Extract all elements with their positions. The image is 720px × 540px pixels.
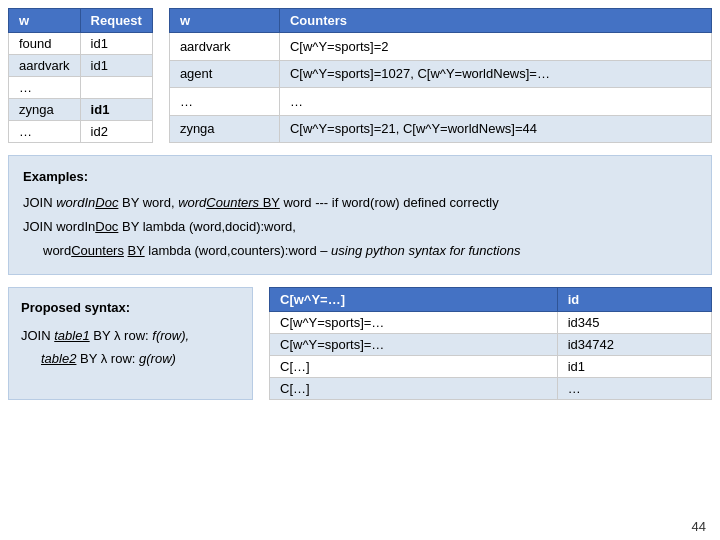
lambda1: BY λ row: f(row),	[90, 328, 189, 343]
result-cell-id: id345	[557, 312, 711, 334]
cell-w: zynga	[169, 115, 279, 143]
table-row: C[w^Y=sports]=… id34742	[270, 334, 712, 356]
result-cell-c: C[…]	[270, 356, 558, 378]
result-section: C[w^Y=…] id C[w^Y=sports]=… id345 C[w^Y=…	[269, 287, 712, 400]
cell-counters: …	[279, 88, 711, 116]
result-cell-c: C[…]	[270, 378, 558, 400]
cell-counters: C[w^Y=sports]=1027, C[w^Y=worldNews]=…	[279, 60, 711, 88]
examples-line1: JOIN wordInDoc BY word, wordCounters BY …	[23, 192, 697, 214]
proposed-line2: table2 BY λ row: g(row)	[21, 347, 240, 370]
by-keyword1: BY	[259, 195, 280, 210]
result-table: C[w^Y=…] id C[w^Y=sports]=… id345 C[w^Y=…	[269, 287, 712, 400]
python-note: using python syntax for functions	[331, 243, 520, 258]
table-row: … …	[169, 88, 711, 116]
table-row: … id2	[9, 121, 153, 143]
result-cell-c: C[w^Y=sports]=…	[270, 334, 558, 356]
join-mid1: BY word,	[118, 195, 178, 210]
cell-w: zynga	[9, 99, 81, 121]
result-cell-id: id1	[557, 356, 711, 378]
page-number: 44	[692, 519, 706, 534]
wordcounters-ref: wordCounters BY lambda (word,counters):w…	[43, 243, 331, 258]
table1-name: wordInDoc	[56, 195, 118, 210]
table1-ref: table1	[54, 328, 89, 343]
join-keyword1: JOIN	[23, 195, 56, 210]
cell-request: id2	[80, 121, 152, 143]
table-row: C[…] …	[270, 378, 712, 400]
result-col1-header: C[w^Y=…]	[270, 288, 558, 312]
cell-w: aardvark	[9, 55, 81, 77]
table2-name: wordCounters	[178, 195, 259, 210]
cell-w: agent	[169, 60, 279, 88]
cell-w: found	[9, 33, 81, 55]
cell-request: id1	[80, 55, 152, 77]
table-row: agent C[w^Y=sports]=1027, C[w^Y=worldNew…	[169, 60, 711, 88]
col-request-header: Request	[80, 9, 152, 33]
join-post1: word --- if word(row) defined correctly	[280, 195, 499, 210]
proposed-title: Proposed syntax:	[21, 296, 240, 319]
cell-counters: C[w^Y=sports]=21, C[w^Y=worldNews]=44	[279, 115, 711, 143]
examples-box: Examples: JOIN wordInDoc BY word, wordCo…	[8, 155, 712, 275]
cell-w: …	[9, 77, 81, 99]
bottom-row: Proposed syntax: JOIN table1 BY λ row: f…	[8, 287, 712, 400]
counters-table: w Counters aardvark C[w^Y=sports]=2 agen…	[169, 8, 712, 143]
word-in-doc-table: w Request found id1 aardvark id1 …	[8, 8, 153, 143]
cell-request	[80, 77, 152, 99]
cell-request: id1	[80, 99, 152, 121]
lambda2: BY λ row: g(row)	[76, 351, 175, 366]
cell-request: id1	[80, 33, 152, 55]
table-row: zynga C[w^Y=sports]=21, C[w^Y=worldNews]…	[169, 115, 711, 143]
table-row: C[…] id1	[270, 356, 712, 378]
proposed-syntax-box: Proposed syntax: JOIN table1 BY λ row: f…	[8, 287, 253, 400]
result-cell-id: id34742	[557, 334, 711, 356]
result-cell-id: …	[557, 378, 711, 400]
table-row: C[w^Y=sports]=… id345	[270, 312, 712, 334]
examples-title: Examples:	[23, 166, 697, 188]
proposed-line1: JOIN table1 BY λ row: f(row),	[21, 324, 240, 347]
table2-ref: table2	[41, 351, 76, 366]
cell-counters: C[w^Y=sports]=2	[279, 33, 711, 61]
top-tables-row: w Request found id1 aardvark id1 …	[8, 8, 712, 143]
result-col2-header: id	[557, 288, 711, 312]
examples-line3: wordCounters BY lambda (word,counters):w…	[23, 240, 697, 262]
col-w2-header: w	[169, 9, 279, 33]
result-cell-c: C[w^Y=sports]=…	[270, 312, 558, 334]
col-counters-header: Counters	[279, 9, 711, 33]
main-page: w Request found id1 aardvark id1 …	[0, 0, 720, 540]
table-row: aardvark C[w^Y=sports]=2	[169, 33, 711, 61]
join-keyword2: JOIN wordInDoc BY lambda (word,docid):wo…	[23, 219, 296, 234]
col-w-header: w	[9, 9, 81, 33]
table-row: zynga id1	[9, 99, 153, 121]
table-row: …	[9, 77, 153, 99]
join-kw: JOIN	[21, 328, 54, 343]
examples-line2: JOIN wordInDoc BY lambda (word,docid):wo…	[23, 216, 697, 238]
table-row: found id1	[9, 33, 153, 55]
cell-w: …	[169, 88, 279, 116]
table-row: aardvark id1	[9, 55, 153, 77]
cell-w: …	[9, 121, 81, 143]
cell-w: aardvark	[169, 33, 279, 61]
